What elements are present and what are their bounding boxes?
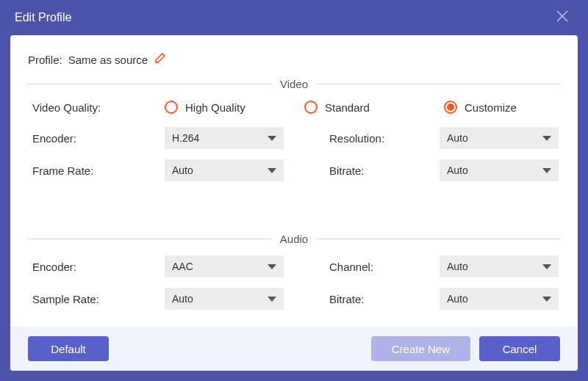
video-resolution-label: Resolution: (329, 132, 440, 145)
video-bitrate-select[interactable]: Auto (440, 159, 559, 181)
radio-standard[interactable]: Standard (304, 101, 444, 114)
default-button[interactable]: Default (28, 336, 109, 361)
svg-marker-10 (542, 297, 551, 302)
svg-marker-3 (268, 136, 276, 141)
video-framerate-label: Frame Rate: (32, 164, 165, 177)
chevron-down-icon (268, 164, 276, 177)
radio-icon (444, 101, 457, 114)
chevron-down-icon (542, 164, 551, 177)
audio-channel-select[interactable]: Auto (440, 255, 559, 277)
chevron-down-icon (542, 131, 551, 145)
create-new-button[interactable]: Create New (371, 336, 470, 361)
video-section-title: Video (280, 78, 308, 90)
window-title: Edit Profile (15, 11, 71, 24)
edit-profile-button[interactable] (154, 51, 167, 68)
audio-samplerate-select[interactable]: Auto (165, 288, 284, 310)
svg-marker-8 (542, 264, 551, 269)
video-quality-label: Video Quality: (32, 101, 165, 114)
content-panel: Profile: Same as source Video Video Qual… (10, 35, 578, 371)
edit-profile-window: Edit Profile Profile: Same as source Vid… (0, 0, 588, 381)
audio-section-divider: Audio (28, 233, 560, 245)
svg-marker-5 (268, 168, 276, 173)
video-encoder-label: Encoder: (32, 132, 165, 145)
pencil-icon (154, 51, 167, 65)
video-encoder-select[interactable]: H.264 (165, 127, 284, 149)
titlebar: Edit Profile (0, 0, 588, 35)
audio-encoder-label: Encoder: (32, 261, 165, 273)
profile-row: Profile: Same as source (28, 51, 560, 68)
radio-high-quality[interactable]: High Quality (165, 101, 304, 114)
chevron-down-icon (542, 292, 551, 305)
footer: Default Create New Cancel (10, 327, 578, 371)
svg-marker-4 (542, 136, 551, 141)
video-quality-radio-group: High Quality Standard Customize (165, 101, 560, 114)
profile-value: Same as source (68, 54, 148, 66)
radio-icon (165, 101, 178, 114)
audio-channel-label: Channel: (329, 261, 440, 273)
svg-marker-7 (268, 264, 276, 269)
audio-section-title: Audio (280, 233, 308, 245)
radio-icon (304, 101, 318, 114)
radio-customize[interactable]: Customize (444, 101, 517, 114)
video-section-divider: Video (28, 78, 560, 90)
audio-samplerate-label: Sample Rate: (32, 293, 165, 305)
profile-label: Profile: (28, 54, 62, 66)
chevron-down-icon (542, 260, 551, 273)
chevron-down-icon (268, 292, 276, 305)
audio-encoder-select[interactable]: AAC (165, 255, 284, 277)
cancel-button[interactable]: Cancel (479, 336, 560, 361)
video-resolution-select[interactable]: Auto (440, 127, 559, 149)
close-icon (556, 10, 569, 23)
video-framerate-select[interactable]: Auto (165, 159, 284, 181)
svg-marker-6 (542, 168, 551, 173)
chevron-down-icon (268, 131, 276, 145)
svg-marker-9 (268, 297, 276, 302)
video-bitrate-label: Bitrate: (329, 164, 440, 177)
chevron-down-icon (268, 260, 276, 273)
audio-bitrate-select[interactable]: Auto (440, 288, 559, 310)
audio-bitrate-label: Bitrate: (329, 293, 440, 305)
close-button[interactable] (551, 5, 573, 30)
